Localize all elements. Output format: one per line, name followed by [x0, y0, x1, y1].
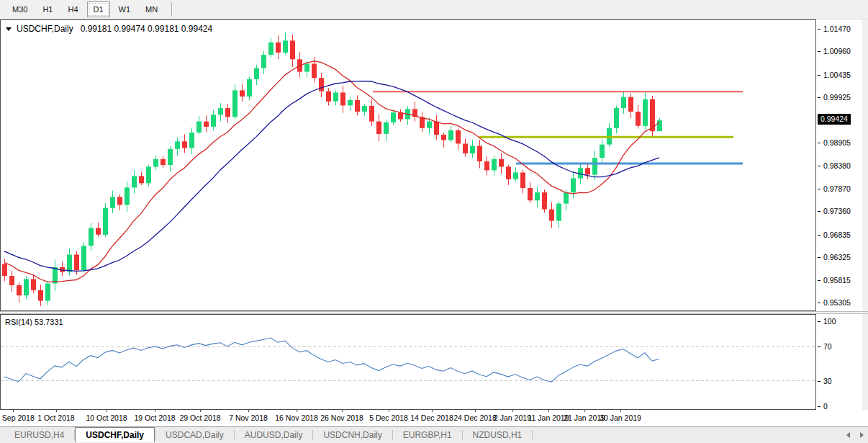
rsi-scale-tick: 70: [818, 342, 832, 351]
date-tick-label: 10 Oct 2018: [86, 413, 127, 422]
date-tick-mark: [389, 410, 389, 412]
rsi-panel: RSI(14) 53.7331 10070300: [0, 314, 868, 410]
date-tick-mark: [475, 410, 476, 412]
tab-eurusd-h4[interactable]: EURUSD,H4: [4, 427, 74, 442]
chart-symbol-label: USDCHF,Daily: [17, 24, 73, 34]
tick-dash: [818, 257, 820, 258]
date-tick-label: 7 Nov 2018: [229, 413, 268, 422]
tab-separator: [532, 430, 533, 439]
rsi-plot-area[interactable]: RSI(14) 53.7331: [0, 314, 816, 410]
window-right-gutter: [862, 314, 868, 410]
date-tick-label: 24 Dec 2018: [453, 413, 497, 422]
date-tick-label: 29 Oct 2018: [179, 413, 220, 422]
toolbar-separator: [171, 2, 173, 17]
date-tick-mark: [56, 410, 57, 412]
tick-dash: [818, 280, 820, 281]
scroll-right-icon[interactable]: [860, 432, 864, 438]
tick-dash: [818, 321, 820, 322]
tab-eurgbp-h1[interactable]: EURGBP,H1: [393, 427, 462, 442]
rsi-indicator-label: RSI(14) 53.7331: [5, 318, 63, 326]
date-tick-label: 30 Jan 2019: [600, 413, 641, 422]
tab-usdcad-daily[interactable]: USDCAD,Daily: [155, 427, 234, 442]
candlestick-chart-svg[interactable]: [1, 20, 815, 310]
date-tick-mark: [107, 410, 107, 412]
tick-dash: [818, 51, 820, 52]
price-tick: 1.01470: [818, 24, 851, 33]
date-tick-mark: [155, 410, 155, 412]
timeframe-button-w1[interactable]: W1: [112, 1, 137, 17]
timeframe-button-d1[interactable]: D1: [87, 1, 110, 17]
tick-dash: [818, 189, 820, 189]
date-axis-corner: [816, 410, 868, 426]
chart-title: USDCHF,Daily 0.99181 0.99474 0.99181 0.9…: [6, 24, 212, 34]
tab-audusd-daily[interactable]: AUDUSD,Daily: [235, 427, 313, 442]
date-tick-label: 19 Oct 2018: [134, 413, 175, 422]
date-tick-mark: [200, 410, 201, 412]
scroll-left-icon[interactable]: [846, 432, 850, 438]
price-tick: 1.00960: [818, 47, 851, 55]
timeframe-button-h1[interactable]: H1: [36, 1, 59, 17]
price-tick: 0.97870: [818, 184, 851, 193]
date-tick-mark: [248, 410, 249, 412]
date-tick-label: 5 Dec 2018: [369, 413, 408, 422]
date-tick-label: 14 Dec 2018: [410, 413, 453, 422]
date-tick-mark: [297, 410, 297, 412]
rsi-scale-axis[interactable]: 10070300: [816, 314, 862, 410]
date-tick-mark: [548, 410, 549, 412]
price-tick: 0.99925: [818, 93, 851, 102]
date-tick-label: 2 Jan 2019: [494, 413, 531, 422]
date-tick-mark: [432, 410, 433, 412]
price-tick: 0.96325: [818, 253, 851, 261]
tick-dash: [818, 97, 820, 98]
price-tick: 0.95815: [818, 276, 851, 285]
tick-dash: [818, 303, 820, 303]
tick-dash: [818, 406, 820, 407]
date-axis[interactable]: 21 Sep 20181 Oct 201810 Oct 201819 Oct 2…: [0, 410, 816, 426]
symbol-dropdown-icon[interactable]: [6, 27, 12, 31]
window-right-gutter: [862, 19, 868, 311]
date-axis-row: 21 Sep 20181 Oct 201810 Oct 201819 Oct 2…: [0, 410, 868, 426]
tick-dash: [818, 235, 820, 236]
current-price-tag: 0.99424: [818, 114, 851, 125]
date-tick-label: 26 Nov 2018: [320, 413, 363, 422]
tab-usdcnh-daily[interactable]: USDCNH,Daily: [313, 427, 392, 442]
date-tick-mark: [512, 410, 513, 412]
tick-dash: [818, 143, 820, 143]
price-tick: 0.96835: [818, 231, 851, 239]
price-tick: 0.95305: [818, 298, 851, 307]
timeframe-toolbar: M30H1H4D1W1MN: [0, 0, 868, 19]
tick-dash: [818, 211, 820, 212]
tick-dash: [818, 75, 820, 76]
date-tick-mark: [584, 410, 585, 412]
chart-ohlc-values: 0.99181 0.99474 0.99181 0.99424: [81, 24, 213, 34]
price-tick: 1.00435: [818, 71, 851, 79]
tick-dash: [818, 381, 820, 382]
date-tick-mark: [13, 410, 14, 412]
rsi-scale-tick: 100: [818, 317, 836, 326]
tab-usdchf-daily[interactable]: USDCHF,Daily: [75, 427, 155, 442]
date-tick-label: 11 Jan 2019: [528, 413, 569, 422]
tab-nzdusd-h1[interactable]: NZDUSD,H1: [463, 427, 533, 442]
date-tick-mark: [342, 410, 343, 412]
timeframe-button-m30[interactable]: M30: [6, 1, 34, 17]
tick-dash: [818, 346, 820, 347]
price-tick: 0.98380: [818, 161, 851, 170]
rsi-scale-tick: 30: [818, 377, 832, 385]
price-axis[interactable]: 1.014701.009601.004350.999250.989050.983…: [816, 19, 862, 311]
price-tick: 0.98905: [818, 138, 851, 147]
date-tick-label: 16 Nov 2018: [275, 413, 318, 422]
tick-dash: [818, 29, 820, 30]
timeframe-button-h4[interactable]: H4: [61, 1, 84, 17]
symbol-tab-bar: EURUSD,H4USDCHF,DailyUSDCAD,DailyAUDUSD,…: [0, 426, 868, 442]
tick-dash: [818, 166, 820, 166]
date-tick-label: 21 Sep 2018: [0, 413, 35, 422]
timeframe-button-mn[interactable]: MN: [139, 1, 164, 17]
date-tick-mark: [620, 410, 621, 412]
tab-scroll-controls: [846, 427, 864, 442]
date-tick-label: 1 Oct 2018: [37, 413, 74, 422]
main-chart-panel: USDCHF,Daily 0.99181 0.99474 0.99181 0.9…: [0, 19, 868, 311]
chart-plot-area[interactable]: USDCHF,Daily 0.99181 0.99474 0.99181 0.9…: [0, 19, 816, 311]
rsi-chart-svg[interactable]: [1, 315, 815, 409]
price-tick: 0.97360: [818, 207, 851, 215]
